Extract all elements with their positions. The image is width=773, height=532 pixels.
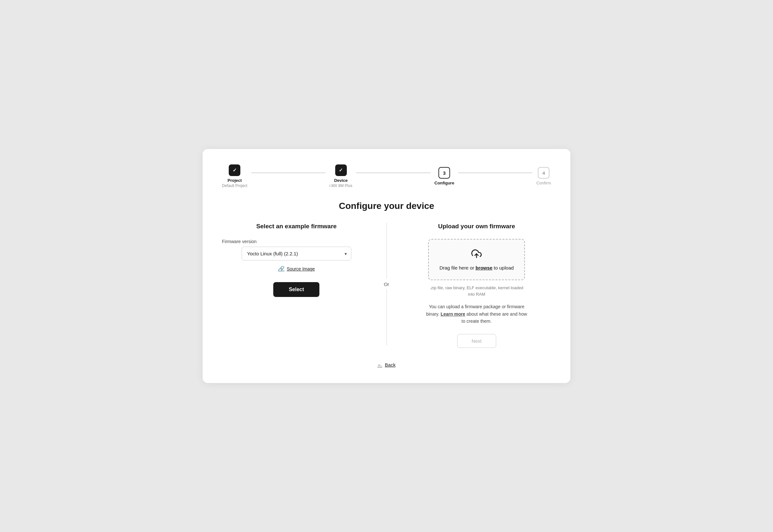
page-title: Configure your device [222, 201, 551, 211]
left-panel: Select an example firmware Firmware vers… [222, 223, 386, 297]
info-text: You can upload a firmware package or fir… [425, 303, 528, 325]
step-configure: 3 Configure [435, 167, 454, 185]
firmware-select-wrapper: Yocto Linux (full) (2.2.1) ▾ [242, 247, 351, 261]
right-panel: Upload your own firmware Drag file here … [387, 223, 551, 348]
step-label-confirm: Confirm [536, 181, 551, 185]
step-line-2 [356, 172, 431, 173]
firmware-version-select[interactable]: Yocto Linux (full) (2.2.1) [242, 247, 351, 261]
right-section-title: Upload your own firmware [438, 223, 515, 230]
footer: ← Back [222, 362, 551, 368]
step-device: ✓ Device i.MX 8M Plus [329, 164, 352, 188]
or-label: Or [384, 279, 390, 290]
back-link[interactable]: ← Back [377, 362, 396, 368]
upload-icon [471, 249, 482, 261]
next-button[interactable]: Next [457, 334, 496, 348]
firmware-version-label: Firmware version [222, 239, 256, 244]
step-circle-configure: 3 [439, 167, 450, 179]
step-label-device: Device [334, 178, 348, 183]
main-content: Select an example firmware Firmware vers… [222, 223, 551, 348]
upload-drag-text: Drag file here or browse to upload [440, 265, 514, 271]
step-line-3 [458, 172, 533, 173]
learn-more-link[interactable]: Learn more [441, 311, 465, 317]
step-project: ✓ Project Default Project [222, 164, 247, 188]
step-line-1 [251, 172, 326, 173]
step-circle-confirm: 4 [538, 167, 550, 179]
source-image-link[interactable]: 🔗 Source Image [278, 266, 315, 272]
step-circle-device: ✓ [335, 164, 347, 176]
upload-drop-zone[interactable]: Drag file here or browse to upload [428, 239, 525, 280]
back-arrow-icon: ← [377, 362, 382, 368]
select-button[interactable]: Select [273, 282, 319, 297]
stepper: ✓ Project Default Project ✓ Device i.MX … [222, 164, 551, 188]
step-confirm: 4 Confirm [536, 167, 551, 185]
step-label-configure: Configure [435, 181, 454, 185]
step-sublabel-project: Default Project [222, 183, 247, 188]
step-label-project: Project [227, 178, 242, 183]
upload-hint: .zip file, raw binary, ELF executable, k… [428, 285, 525, 297]
left-section-title: Select an example firmware [256, 223, 336, 230]
link-icon: 🔗 [278, 266, 284, 272]
main-card: ✓ Project Default Project ✓ Device i.MX … [203, 149, 570, 383]
step-circle-project: ✓ [229, 164, 240, 176]
browse-link[interactable]: browse [476, 265, 493, 271]
step-sublabel-device: i.MX 8M Plus [329, 183, 352, 188]
